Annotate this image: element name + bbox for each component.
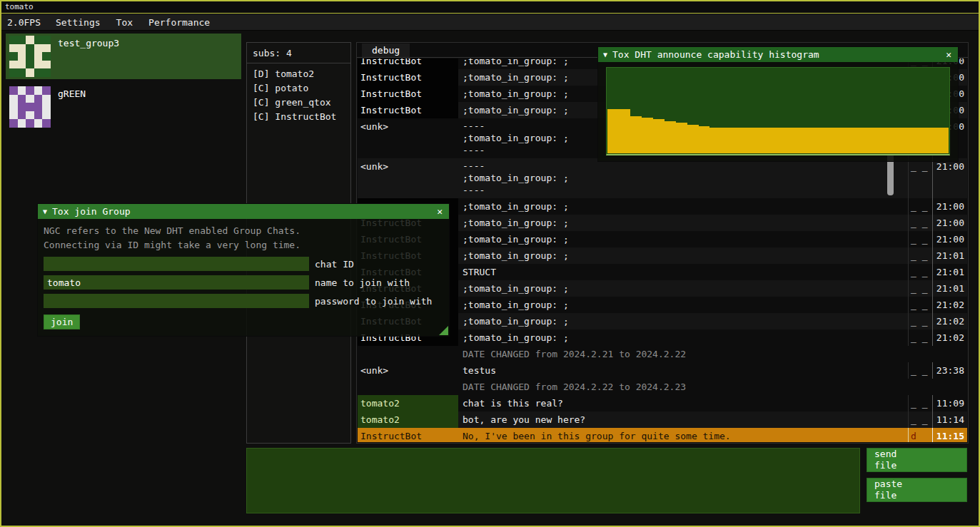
collapse-arrow-icon[interactable]: ▼	[603, 51, 607, 58]
paste-file-button[interactable]: paste file	[867, 478, 967, 502]
close-icon[interactable]: ✕	[944, 49, 953, 60]
member-item-InstructBot[interactable]: [C] InstructBot	[253, 110, 345, 124]
histogram-bar	[607, 109, 619, 153]
join-field-row: name to join with	[44, 275, 443, 290]
join-field-row: password to join with	[44, 294, 443, 308]
join-password-input-label: password to join with	[315, 296, 432, 307]
chat-id-input[interactable]	[44, 257, 309, 271]
histogram-bar	[869, 128, 881, 153]
histogram-title: Tox DHT announce capability histogram	[612, 49, 939, 60]
group-avatar-icon	[9, 36, 51, 77]
histogram-bar	[767, 128, 778, 153]
chat-message-row[interactable]: <unk>----;tomato_in_group: ;----_ _21:00	[358, 158, 967, 198]
message-input[interactable]	[246, 448, 860, 513]
message-flags: _ _	[908, 395, 932, 411]
message-flags: _ _	[908, 411, 932, 428]
tab-debug[interactable]: debug	[362, 44, 410, 57]
close-icon[interactable]: ✕	[435, 206, 444, 217]
resize-grip[interactable]	[439, 326, 448, 335]
message-text: ;tomato_in_group: ;	[458, 313, 908, 329]
message-flags: _ _	[908, 158, 932, 198]
message-text: ;tomato_in_group: ;	[458, 297, 908, 313]
join-password-input[interactable]	[44, 294, 309, 308]
message-flags: _ _	[908, 247, 932, 264]
histogram-bar	[937, 128, 949, 153]
window-titlebar[interactable]: tomato	[1, 1, 979, 14]
histogram-bar	[665, 121, 676, 153]
group-item-test_group3[interactable]: test_group3	[6, 34, 241, 79]
histogram-bar	[744, 128, 755, 153]
message-text: chat is this real?	[458, 395, 908, 411]
message-flags: _ _	[908, 297, 932, 313]
group-name: gREEN	[58, 86, 86, 99]
message-sender: InstructBot	[358, 86, 458, 102]
message-text: ;tomato_in_group: ;	[458, 215, 908, 231]
message-time: 11:09	[932, 395, 967, 411]
histogram-bar	[699, 126, 710, 153]
date-changed-row[interactable]: DATE CHANGED from 2024.2.22 to 2024.2.23	[358, 379, 967, 395]
message-time: 21:01	[932, 264, 967, 280]
date-text: DATE CHANGED from 2024.2.21 to 2024.2.22	[458, 346, 967, 362]
chat-message-row[interactable]: <unk>testus_ _23:38	[358, 362, 967, 379]
histogram-bar	[619, 109, 630, 153]
menu-settings[interactable]: Settings	[48, 16, 108, 29]
message-flags: _ _	[908, 313, 932, 329]
chat-message-row[interactable]: tomato2chat is this real?_ _11:09	[358, 395, 967, 411]
message-sender	[358, 379, 458, 395]
message-time: 21:00	[932, 215, 967, 231]
histogram-bar	[847, 128, 858, 153]
message-time: 21:01	[932, 280, 967, 297]
member-item-potato[interactable]: [C] potato	[253, 81, 345, 96]
message-text: ;tomato_in_group: ;	[458, 198, 908, 215]
histogram-bar	[801, 128, 812, 153]
histogram-bar	[891, 128, 903, 153]
message-flags: _ _	[908, 280, 932, 297]
chat-id-input-label: chat ID	[315, 259, 354, 270]
histogram-bar	[789, 128, 801, 153]
menu-performance[interactable]: Performance	[141, 16, 218, 29]
member-list: [D] tomato2[C] potato[C] green_qtox[C] I…	[253, 67, 345, 124]
member-item-green_qtox[interactable]: [C] green_qtox	[253, 96, 345, 110]
date-text: DATE CHANGED from 2024.2.22 to 2024.2.23	[458, 379, 967, 395]
group-item-gREEN[interactable]: gREEN	[6, 84, 241, 130]
message-line: ----	[463, 184, 904, 196]
join-dialog-titlebar[interactable]: ▼ Tox join Group ✕	[38, 204, 449, 219]
send-file-button[interactable]: send file	[867, 448, 967, 472]
message-sender: <unk>	[358, 118, 458, 158]
message-text: ;tomato_in_group: ;	[458, 231, 908, 247]
collapse-arrow-icon[interactable]: ▼	[43, 208, 47, 215]
histogram-bar	[687, 125, 699, 153]
divider	[247, 63, 350, 63]
histogram-bar	[653, 119, 665, 153]
join-dialog-title: Tox join Group	[52, 206, 430, 217]
message-time: 21:00	[932, 158, 967, 198]
histogram-bar	[812, 128, 824, 153]
message-sender: <unk>	[358, 362, 458, 379]
message-flags: _ _	[908, 231, 932, 247]
histogram-titlebar[interactable]: ▼ Tox DHT announce capability histogram …	[598, 47, 958, 62]
message-line: ;tomato_in_group: ;	[463, 172, 904, 184]
message-sender: InstructBot	[358, 102, 458, 118]
menu-tox[interactable]: Tox	[108, 16, 141, 29]
histogram-plot-bars	[607, 68, 949, 153]
message-time: 21:02	[932, 297, 967, 313]
subs-header: subs: 4	[253, 47, 345, 60]
date-changed-row[interactable]: DATE CHANGED from 2024.2.21 to 2024.2.22	[358, 346, 967, 362]
message-sender: tomato2	[358, 395, 458, 411]
message-time: 21:02	[932, 329, 967, 346]
histogram-bar	[709, 128, 721, 153]
ngc-info-line-1: NGC refers to the New DHT enabled Group …	[44, 224, 443, 238]
histogram-bar	[732, 128, 744, 153]
histogram-bar	[778, 128, 789, 153]
histogram-plot[interactable]	[606, 67, 950, 155]
join-field-row: chat ID	[44, 257, 443, 271]
message-text: STRUCT	[458, 264, 908, 280]
member-item-tomato2[interactable]: [D] tomato2	[253, 67, 345, 81]
join-button[interactable]: join	[44, 314, 80, 329]
histogram-bar	[914, 128, 926, 153]
join-name-input-label: name to join with	[315, 277, 410, 288]
join-name-input[interactable]	[44, 275, 309, 290]
message-sender	[358, 346, 458, 362]
chat-message-row[interactable]: InstructBotNo, I've been in this group f…	[358, 428, 967, 442]
chat-message-row[interactable]: tomato2bot, are you new here?_ _11:14	[358, 411, 967, 428]
